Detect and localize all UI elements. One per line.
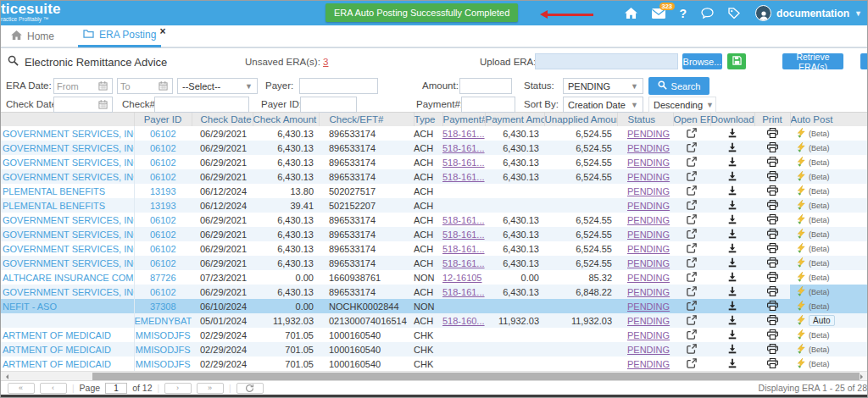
print-icon[interactable] — [754, 256, 790, 270]
download-icon[interactable] — [710, 184, 754, 198]
tags-icon[interactable] — [728, 8, 741, 19]
col-auto-post[interactable]: Auto Post — [790, 113, 867, 126]
status-link[interactable]: PENDING — [627, 229, 670, 240]
tab-home[interactable]: Home — [11, 30, 54, 42]
cell-payer-id[interactable]: 87726 — [134, 270, 192, 285]
cell-payer-name[interactable]: ARTMENT OF MEDICAID — [1, 357, 134, 371]
download-icon[interactable] — [710, 241, 754, 256]
cell-payer-id[interactable]: EMEDNYBAT — [134, 313, 192, 328]
calendar-icon[interactable] — [98, 100, 108, 109]
col-print[interactable]: Print — [754, 113, 790, 126]
download-icon[interactable] — [710, 227, 754, 241]
cell-payer-name[interactable]: GOVERNMENT SERVICES, INC. — [1, 256, 134, 270]
print-icon[interactable] — [754, 299, 790, 313]
refresh-button[interactable] — [236, 383, 264, 394]
payment-num-link[interactable]: 12-16105 — [442, 273, 482, 283]
status-link[interactable]: PENDING — [627, 158, 670, 168]
print-icon[interactable] — [754, 328, 790, 342]
print-icon[interactable] — [754, 169, 790, 184]
cell-payer-name[interactable]: PLEMENTAL BENEFITS — [1, 184, 134, 198]
auto-post-cell[interactable]: (Beta) — [790, 270, 867, 285]
unsaved-era-count[interactable]: 3 — [323, 57, 328, 67]
status-link[interactable]: PENDING — [627, 172, 670, 182]
auto-post-cell[interactable]: (Beta) — [790, 357, 867, 371]
next-page-button[interactable]: › — [164, 383, 192, 394]
table-row[interactable]: ARTMENT OF MEDICAIDMMISODJFS02/29/202470… — [1, 342, 867, 357]
col-payer-id[interactable]: Payer ID — [134, 113, 192, 126]
cell-payer-id[interactable]: 06102 — [134, 141, 192, 155]
col-type[interactable]: Type — [414, 113, 442, 126]
table-row[interactable]: GOVERNMENT SERVICES, INC.0610206/29/2021… — [1, 213, 867, 227]
print-icon[interactable] — [754, 313, 790, 328]
table-row[interactable]: GOVERNMENT SERVICES, INC.0610206/29/2021… — [1, 256, 867, 270]
download-icon[interactable] — [710, 155, 754, 169]
payment-num-link[interactable]: 518-161... — [442, 244, 485, 254]
status-link[interactable]: PENDING — [627, 244, 670, 254]
save-upload-button[interactable] — [727, 53, 746, 69]
auto-post-cell[interactable]: (Beta) — [790, 241, 867, 256]
print-icon[interactable] — [754, 241, 790, 256]
upload-era-input[interactable] — [535, 53, 678, 69]
cell-payer-id[interactable]: 06102 — [134, 155, 192, 169]
payment-num-link[interactable]: 518-160... — [442, 316, 485, 326]
table-row[interactable]: PLEMENTAL BENEFITS1319306/12/202413.8050… — [1, 184, 867, 198]
auto-post-lightning-icon[interactable] — [797, 329, 806, 341]
col-download[interactable]: Download — [710, 113, 754, 126]
cell-payer-name[interactable]: GOVERNMENT SERVICES, INC. — [1, 285, 134, 299]
cell-payer-name[interactable]: ARTMENT OF MEDICAID — [1, 328, 134, 342]
amount-input[interactable] — [459, 78, 512, 94]
user-menu[interactable]: documentation ▼ — [755, 5, 862, 21]
first-page-button[interactable]: « — [8, 383, 35, 394]
payment-num-link[interactable]: 518-161... — [442, 172, 485, 182]
cell-payer-name[interactable]: GOVERNMENT SERVICES, INC. — [1, 169, 134, 184]
download-icon[interactable] — [710, 342, 754, 357]
open-era-icon[interactable] — [673, 270, 710, 285]
print-icon[interactable] — [754, 285, 790, 299]
open-era-icon[interactable] — [673, 285, 710, 299]
auto-post-cell[interactable]: (Beta) — [790, 227, 867, 241]
cell-payer-id[interactable]: 06102 — [134, 241, 192, 256]
payment-num-input[interactable] — [461, 97, 515, 113]
status-link[interactable]: PENDING — [627, 316, 670, 326]
payment-num-link[interactable]: 518-161... — [442, 229, 485, 240]
table-row[interactable]: GOVERNMENT SERVICES, INC.0610206/29/2021… — [1, 155, 867, 169]
download-icon[interactable] — [710, 270, 754, 285]
auto-post-lightning-icon[interactable] — [797, 272, 806, 284]
help-icon[interactable]: ? — [680, 7, 687, 20]
cell-payer-id[interactable]: 13193 — [134, 184, 192, 198]
download-icon[interactable] — [710, 313, 754, 328]
auto-post-cell[interactable]: (Beta) — [790, 126, 867, 141]
open-era-icon[interactable] — [673, 126, 710, 141]
open-era-icon[interactable] — [673, 342, 710, 357]
cell-payer-id[interactable]: 06102 — [134, 285, 192, 299]
status-link[interactable]: PENDING — [627, 186, 670, 196]
download-icon[interactable] — [710, 213, 754, 227]
print-icon[interactable] — [754, 270, 790, 285]
auto-post-cell[interactable]: (Beta) — [790, 198, 867, 213]
download-icon[interactable] — [710, 357, 754, 371]
auto-post-cell[interactable]: (Beta) — [790, 285, 867, 299]
open-era-icon[interactable] — [673, 169, 710, 184]
open-era-icon[interactable] — [673, 155, 710, 169]
sort-direction-select[interactable]: Descending▼ — [648, 97, 716, 113]
payer-input[interactable] — [299, 78, 378, 94]
cell-payer-name[interactable]: ALTHCARE INSURANCE COMPANY — [1, 270, 134, 285]
status-link[interactable]: PENDING — [627, 345, 670, 355]
col-payment-num[interactable]: Payment# — [442, 113, 485, 126]
auto-post-lightning-icon[interactable] — [797, 243, 806, 255]
cell-payer-id[interactable]: MMISODJFS — [134, 357, 192, 371]
download-icon[interactable] — [710, 198, 754, 213]
auto-post-cell[interactable]: (Beta) — [790, 342, 867, 357]
status-link[interactable]: PENDING — [627, 143, 670, 153]
auto-post-lightning-icon[interactable] — [797, 157, 806, 169]
status-select[interactable]: PENDING▼ — [563, 78, 643, 94]
cell-payer-name[interactable]: PLEMENTAL BENEFITS — [1, 198, 134, 213]
last-page-button[interactable]: » — [197, 383, 224, 394]
status-link[interactable]: PENDING — [627, 301, 670, 312]
calendar-icon[interactable] — [159, 81, 168, 91]
auto-post-lightning-icon[interactable] — [797, 214, 806, 226]
open-era-icon[interactable] — [673, 227, 710, 241]
cell-payer-id[interactable]: MMISODJFS — [134, 342, 192, 357]
auto-post-cell[interactable]: (Beta) — [790, 184, 867, 198]
cell-payer-id[interactable]: MMISODJFS — [134, 328, 192, 342]
